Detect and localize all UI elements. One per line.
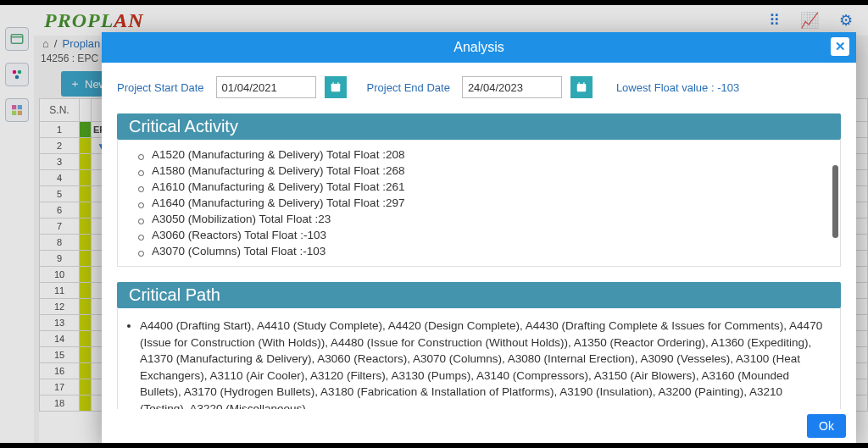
critical-activity-section: A1520 (Manufacturing & Delivery) Total F… [117, 140, 841, 267]
end-date-calendar-icon[interactable] [570, 76, 593, 98]
critical-activity-item: A1610 (Manufacturing & Delivery) Total F… [142, 179, 832, 195]
critical-path-item: A4400 (Drafting Start), A4410 (Study Com… [140, 315, 832, 409]
svg-rect-10 [332, 82, 333, 85]
lowest-float-text: Lowest Float value : [616, 81, 717, 94]
modal-footer: Ok [102, 409, 856, 443]
svg-rect-9 [331, 84, 340, 86]
critical-activity-item: A3050 (Mobilization) Total Float :23 [142, 211, 832, 227]
modal-title: Analysis [453, 40, 504, 55]
critical-activity-item: A3060 (Reactors) Total Float :-103 [142, 227, 832, 243]
end-date-input[interactable] [462, 76, 562, 98]
ok-button[interactable]: Ok [807, 414, 846, 438]
critical-activity-item: A1520 (Manufacturing & Delivery) Total F… [142, 147, 832, 163]
date-row: Project Start Date Project End Date Lowe… [117, 76, 841, 98]
critical-activity-item: A1580 (Manufacturing & Delivery) Total F… [142, 163, 832, 179]
critical-path-section: A4400 (Drafting Start), A4410 (Study Com… [117, 308, 841, 409]
critical-activity-item: A3070 (Columns) Total Float :-103 [142, 243, 832, 259]
close-icon[interactable]: ✕ [831, 37, 849, 56]
start-date-input[interactable] [216, 76, 316, 98]
svg-rect-13 [578, 82, 579, 85]
lowest-float-label: Lowest Float value : -103 [616, 81, 739, 94]
analysis-modal: Analysis ✕ Project Start Date Project En… [102, 32, 856, 443]
svg-rect-12 [577, 84, 587, 91]
letterbox-bottom [0, 443, 868, 448]
start-date-calendar-icon[interactable] [325, 76, 347, 98]
start-date-label: Project Start Date [117, 81, 204, 94]
svg-rect-14 [583, 82, 584, 85]
critical-activity-header: Critical Activity [117, 113, 841, 140]
scrollbar[interactable] [832, 147, 838, 259]
scrollbar-thumb[interactable] [832, 165, 838, 238]
critical-path-header: Critical Path [117, 282, 841, 308]
end-date-label: Project End Date [367, 81, 450, 94]
modal-header: Analysis ✕ [102, 32, 856, 63]
critical-activity-item: A1640 (Manufacturing & Delivery) Total F… [142, 195, 832, 211]
lowest-float-value: -103 [717, 81, 739, 94]
svg-rect-11 [337, 82, 338, 85]
modal-body: Project Start Date Project End Date Lowe… [102, 63, 856, 409]
